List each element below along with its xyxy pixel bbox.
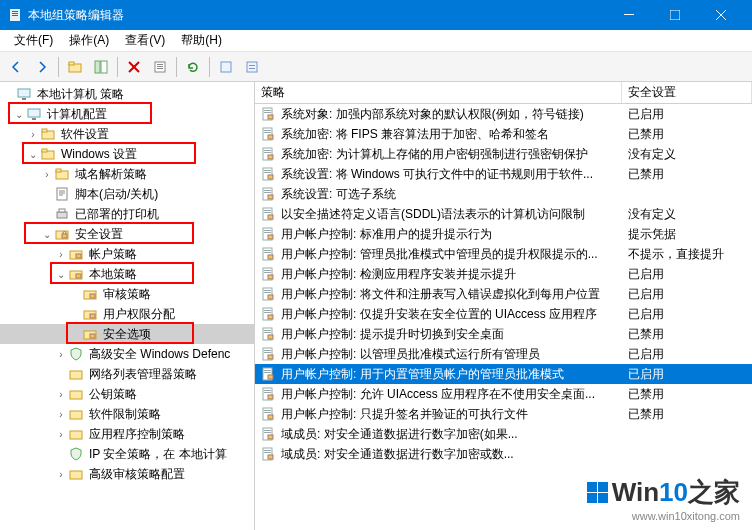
policy-row[interactable]: 用户帐户控制: 标准用户的提升提示行为提示凭据 bbox=[255, 224, 752, 244]
view-detail-button[interactable] bbox=[240, 55, 264, 79]
refresh-button[interactable] bbox=[181, 55, 205, 79]
policy-row[interactable]: 用户帐户控制: 以管理员批准模式运行所有管理员已启用 bbox=[255, 344, 752, 364]
tree-audit-policy[interactable]: 审核策略 bbox=[0, 284, 254, 304]
svg-rect-99 bbox=[268, 335, 273, 339]
svg-rect-3 bbox=[12, 15, 18, 16]
policy-text: 系统对象: 加强内部系统对象的默认权限(例如，符号链接) bbox=[281, 106, 622, 123]
policy-row[interactable]: 系统设置: 可选子系统 bbox=[255, 184, 752, 204]
policy-value: 已启用 bbox=[622, 286, 752, 303]
svg-rect-91 bbox=[268, 295, 273, 299]
menu-view[interactable]: 查看(V) bbox=[117, 30, 173, 51]
menu-file[interactable]: 文件(F) bbox=[6, 30, 61, 51]
svg-rect-58 bbox=[264, 132, 271, 133]
policy-list[interactable]: 系统对象: 加强内部系统对象的默认权限(例如，符号链接)已启用系统加密: 将 F… bbox=[255, 104, 752, 530]
tree-app-control[interactable]: ›应用程序控制策略 bbox=[0, 424, 254, 444]
tree-public-key[interactable]: ›公钥策略 bbox=[0, 384, 254, 404]
policy-row[interactable]: 用户帐户控制: 用于内置管理员帐户的管理员批准模式已启用 bbox=[255, 364, 752, 384]
folder-icon bbox=[54, 166, 70, 182]
delete-button[interactable] bbox=[122, 55, 146, 79]
menubar: 文件(F) 操作(A) 查看(V) 帮助(H) bbox=[0, 30, 752, 52]
tree-software-settings[interactable]: ›软件设置 bbox=[0, 124, 254, 144]
policy-icon bbox=[261, 287, 277, 301]
chevron-right-icon[interactable]: › bbox=[40, 169, 54, 180]
close-button[interactable] bbox=[698, 0, 744, 30]
show-hide-tree-button[interactable] bbox=[89, 55, 113, 79]
policy-row[interactable]: 域成员: 对安全通道数据进行数字加密(如果... bbox=[255, 424, 752, 444]
maximize-button[interactable] bbox=[652, 0, 698, 30]
chevron-down-icon[interactable]: ⌄ bbox=[12, 109, 26, 120]
tree-computer-config[interactable]: ⌄计算机配置 bbox=[0, 104, 254, 124]
svg-rect-57 bbox=[264, 130, 271, 131]
policy-row[interactable]: 用户帐户控制: 提示提升时切换到安全桌面已禁用 bbox=[255, 324, 752, 344]
policy-value: 没有定义 bbox=[622, 206, 752, 223]
policy-row[interactable]: 域成员: 对安全通道数据进行数字加密或数... bbox=[255, 444, 752, 464]
tree-name-resolution[interactable]: ›域名解析策略 bbox=[0, 164, 254, 184]
tree-deployed-printers[interactable]: 已部署的打印机 bbox=[0, 204, 254, 224]
tree-security-settings[interactable]: ⌄安全设置 bbox=[0, 224, 254, 244]
policy-text: 用户帐户控制: 只提升签名并验证的可执行文件 bbox=[281, 406, 622, 423]
chevron-right-icon[interactable]: › bbox=[54, 389, 68, 400]
policy-row[interactable]: 用户帐户控制: 将文件和注册表写入错误虚拟化到每用户位置已启用 bbox=[255, 284, 752, 304]
tree-adv-audit[interactable]: ›高级审核策略配置 bbox=[0, 464, 254, 484]
svg-rect-62 bbox=[264, 152, 271, 153]
policy-row[interactable]: 系统设置: 将 Windows 可执行文件中的证书规则用于软件...已禁用 bbox=[255, 164, 752, 184]
chevron-down-icon[interactable]: ⌄ bbox=[40, 229, 54, 240]
policy-icon bbox=[261, 367, 277, 381]
policy-value: 已禁用 bbox=[622, 166, 752, 183]
chevron-right-icon[interactable]: › bbox=[54, 469, 68, 480]
policy-row[interactable]: 用户帐户控制: 仅提升安装在安全位置的 UIAccess 应用程序已启用 bbox=[255, 304, 752, 324]
svg-rect-46 bbox=[90, 334, 95, 338]
tree-network-list[interactable]: 网络列表管理器策略 bbox=[0, 364, 254, 384]
chevron-right-icon[interactable]: › bbox=[26, 129, 40, 140]
lock-folder-icon bbox=[82, 286, 98, 302]
tree-account-policies[interactable]: ›帐户策略 bbox=[0, 244, 254, 264]
policy-row[interactable]: 系统对象: 加强内部系统对象的默认权限(例如，符号链接)已启用 bbox=[255, 104, 752, 124]
policy-text: 用户帐户控制: 用于内置管理员帐户的管理员批准模式 bbox=[281, 366, 622, 383]
policy-row[interactable]: 用户帐户控制: 允许 UIAccess 应用程序在不使用安全桌面...已禁用 bbox=[255, 384, 752, 404]
policy-value: 不提示，直接提升 bbox=[622, 246, 752, 263]
shield-icon bbox=[68, 346, 84, 362]
policy-text: 系统设置: 可选子系统 bbox=[281, 186, 622, 203]
chevron-right-icon[interactable]: › bbox=[54, 409, 68, 420]
column-policy[interactable]: 策略 bbox=[255, 82, 622, 103]
policy-text: 用户帐户控制: 提示提升时切换到安全桌面 bbox=[281, 326, 622, 343]
svg-rect-65 bbox=[264, 170, 271, 171]
tree-windows-defender[interactable]: ›高级安全 Windows Defenc bbox=[0, 344, 254, 364]
policy-row[interactable]: 用户帐户控制: 只提升签名并验证的可执行文件已禁用 bbox=[255, 404, 752, 424]
tree-software-restrict[interactable]: ›软件限制策略 bbox=[0, 404, 254, 424]
tree-windows-settings[interactable]: ⌄Windows 设置 bbox=[0, 144, 254, 164]
back-button[interactable] bbox=[4, 55, 28, 79]
properties-button[interactable] bbox=[148, 55, 172, 79]
svg-rect-49 bbox=[70, 411, 82, 419]
view-list-button[interactable] bbox=[214, 55, 238, 79]
policy-row[interactable]: 用户帐户控制: 检测应用程序安装并提示提升已启用 bbox=[255, 264, 752, 284]
policy-row[interactable]: 以安全描述符定义语言(SDDL)语法表示的计算机访问限制没有定义 bbox=[255, 204, 752, 224]
chevron-down-icon[interactable]: ⌄ bbox=[54, 269, 68, 280]
tree-scripts[interactable]: 脚本(启动/关机) bbox=[0, 184, 254, 204]
policy-row[interactable]: 系统加密: 将 FIPS 兼容算法用于加密、哈希和签名已禁用 bbox=[255, 124, 752, 144]
tree-security-options[interactable]: 安全选项 bbox=[0, 324, 254, 344]
tree-root[interactable]: 本地计算机 策略 bbox=[0, 84, 254, 104]
tree-pane[interactable]: 本地计算机 策略 ⌄计算机配置 ›软件设置 ⌄Windows 设置 ›域名解析策… bbox=[0, 82, 255, 530]
minimize-button[interactable] bbox=[606, 0, 652, 30]
chevron-right-icon[interactable]: › bbox=[54, 249, 68, 260]
tree-local-policies[interactable]: ⌄本地策略 bbox=[0, 264, 254, 284]
policy-icon bbox=[261, 427, 277, 441]
svg-rect-109 bbox=[264, 390, 271, 391]
policy-row[interactable]: 用户帐户控制: 管理员批准模式中管理员的提升权限提示的...不提示，直接提升 bbox=[255, 244, 752, 264]
policy-row[interactable]: 系统加密: 为计算机上存储的用户密钥强制进行强密钥保护没有定义 bbox=[255, 144, 752, 164]
svg-rect-38 bbox=[76, 254, 81, 258]
chevron-right-icon[interactable]: › bbox=[54, 349, 68, 360]
chevron-right-icon[interactable]: › bbox=[54, 429, 68, 440]
lock-folder-icon bbox=[82, 306, 98, 322]
chevron-down-icon[interactable]: ⌄ bbox=[26, 149, 40, 160]
column-security-setting[interactable]: 安全设置 bbox=[622, 82, 752, 103]
forward-button[interactable] bbox=[30, 55, 54, 79]
tree-ip-security[interactable]: IP 安全策略，在 本地计算 bbox=[0, 444, 254, 464]
tree-user-rights[interactable]: 用户权限分配 bbox=[0, 304, 254, 324]
menu-help[interactable]: 帮助(H) bbox=[173, 30, 230, 51]
script-icon bbox=[54, 186, 70, 202]
up-button[interactable] bbox=[63, 55, 87, 79]
menu-action[interactable]: 操作(A) bbox=[61, 30, 117, 51]
folder-icon bbox=[68, 386, 84, 402]
